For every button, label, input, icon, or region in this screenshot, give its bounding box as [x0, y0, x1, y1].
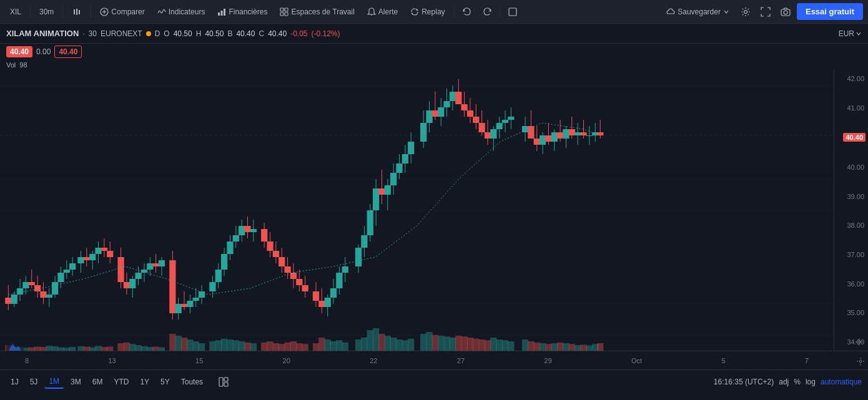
y-label-41: 41.00 [834, 104, 868, 112]
change-pct: (-0.12%) [312, 29, 340, 38]
chart-container[interactable]: 42.00 41.00 40.40 40.00 39.00 38.00 37.0… [0, 70, 868, 351]
square-icon [508, 7, 518, 17]
svg-point-19 [784, 11, 787, 14]
save-button[interactable]: Sauvegarder [661, 5, 734, 19]
x-label-29: 29 [544, 357, 551, 364]
svg-point-20 [858, 341, 861, 343]
tv-logo-icon [6, 338, 24, 356]
period-all[interactable]: Toutes [177, 376, 207, 388]
percent-label[interactable]: % [794, 378, 801, 386]
chart-type-button[interactable] [67, 4, 87, 19]
y-label-38: 38.00 [834, 222, 868, 229]
bottom-right: 16:16:35 (UTC+2) adj % log automatique [714, 378, 862, 386]
period-5j[interactable]: 5J [26, 376, 42, 388]
symbol-selector[interactable]: XIL [5, 5, 26, 19]
trial-button[interactable]: Essai gratuit [797, 3, 863, 20]
period-5y[interactable]: 5Y [156, 376, 174, 388]
y-label-39: 39.00 [834, 193, 868, 200]
alert-button[interactable]: Alerte [362, 5, 403, 19]
plus-icon [100, 7, 109, 16]
high-label: H [196, 29, 202, 38]
chart-layout-button[interactable] [215, 373, 232, 391]
financials-label: Financières [229, 7, 267, 16]
redo-button[interactable] [478, 3, 496, 21]
replay-icon [410, 7, 419, 16]
svg-point-17 [744, 10, 747, 13]
period-ytd[interactable]: YTD [109, 376, 133, 388]
expand-icon [761, 7, 771, 17]
open-label: O [164, 29, 169, 38]
replay-button[interactable]: Replay [405, 5, 450, 19]
sep-1 [30, 6, 31, 18]
sep-3 [91, 6, 91, 18]
workspaces-button[interactable]: Espaces de Travail [275, 5, 359, 19]
y-label-40: 40.00 [834, 163, 868, 171]
main-toolbar: XIL 30m Comparer Indicateurs Financières… [0, 0, 868, 24]
y-label-37: 37.00 [834, 251, 868, 258]
y-label-36: 36.00 [834, 280, 868, 288]
wave-icon [157, 7, 166, 16]
financials-icon [217, 7, 226, 16]
open-value: 40.50 [174, 29, 192, 38]
save-label: Sauvegarder [678, 7, 721, 16]
change-flat: 0.00 [36, 47, 51, 56]
x-axis-settings[interactable] [856, 357, 865, 367]
vol-value: 98 [19, 61, 27, 69]
chevron-down-small-icon [856, 31, 862, 37]
vol-label: Vol [6, 61, 16, 69]
y-price-current: 40.40 [834, 133, 868, 142]
indicators-button[interactable]: Indicateurs [152, 5, 210, 19]
auto-label[interactable]: automatique [821, 378, 862, 386]
alert-label: Alerte [378, 7, 398, 16]
camera-button[interactable] [777, 3, 794, 21]
compare-button[interactable]: Comparer [95, 5, 149, 19]
interval-label: 30m [39, 7, 54, 16]
interval-display: 30 [89, 29, 97, 38]
candlestick-icon [72, 7, 82, 17]
currency-selector[interactable]: EUR [839, 29, 862, 38]
sep-5 [500, 6, 500, 18]
y-axis-settings[interactable] [853, 336, 866, 348]
interval-selector[interactable]: 30m [34, 5, 59, 19]
price-chart[interactable] [0, 70, 834, 351]
layout-icon [219, 377, 229, 387]
adj-label[interactable]: adj [779, 378, 789, 386]
svg-rect-7 [221, 11, 223, 16]
period-1j[interactable]: 1J [6, 376, 23, 388]
svg-rect-10 [285, 8, 288, 11]
svg-marker-14 [417, 9, 418, 11]
period-1y[interactable]: 1Y [136, 376, 154, 388]
period-6m[interactable]: 6M [88, 376, 107, 388]
expand-button[interactable] [757, 3, 774, 21]
current-time: 16:16:35 (UTC+2) [714, 378, 774, 386]
exchange-display: EURONEXT [101, 29, 142, 38]
svg-rect-2 [79, 10, 80, 14]
x-settings-icon [856, 357, 865, 366]
undo-button[interactable] [458, 3, 476, 21]
financials-button[interactable]: Financières [212, 5, 272, 19]
bell-icon [367, 7, 376, 16]
workspaces-label: Espaces de Travail [291, 7, 354, 16]
tradingview-logo [6, 338, 24, 358]
workspaces-icon [280, 7, 289, 16]
x-axis: 8 13 15 20 22 27 29 Oct 5 7 [0, 351, 868, 369]
x-label-13: 13 [108, 357, 116, 364]
period-3m[interactable]: 3M [66, 376, 86, 388]
svg-rect-23 [219, 378, 223, 386]
x-label-20: 20 [283, 357, 290, 364]
period-1m[interactable]: 1M [44, 375, 64, 389]
current-price-y: 40.40 [843, 133, 866, 142]
symbol-bar: XILAM ANIMATION · 30 EURONEXT D O 40.50 … [0, 24, 868, 44]
fullscreen-button[interactable] [504, 3, 521, 21]
symbol-name[interactable]: XILAM ANIMATION [6, 29, 79, 38]
replay-label: Replay [422, 7, 445, 16]
settings-button[interactable] [737, 3, 754, 21]
svg-rect-0 [74, 9, 75, 14]
currency-label: EUR [839, 29, 854, 38]
chevron-down-icon [723, 9, 729, 15]
svg-rect-25 [224, 383, 228, 386]
log-label[interactable]: log [806, 378, 816, 386]
x-label-7: 7 [805, 357, 809, 364]
close-label: C [259, 29, 264, 38]
svg-rect-12 [285, 12, 288, 16]
